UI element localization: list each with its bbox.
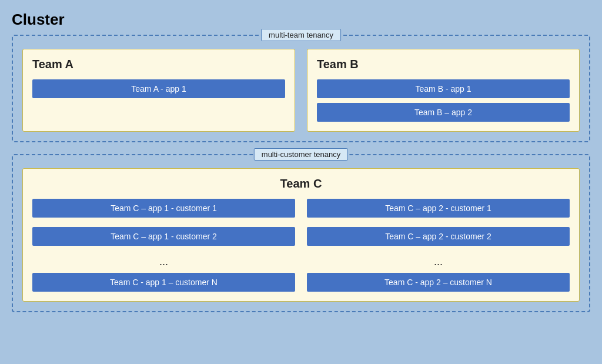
multi-team-section: multi-team tenancy Team A Team A - app 1… xyxy=(12,35,590,142)
team-b-app-1: Team B - app 1 xyxy=(317,79,570,98)
team-a-app-1: Team A - app 1 xyxy=(32,79,285,98)
outer-container: Cluster multi-team tenancy Team A Team A… xyxy=(0,0,602,364)
team-b-box: Team B Team B - app 1 Team B – app 2 xyxy=(307,49,580,132)
multi-customer-section: multi-customer tenancy Team C Team C – a… xyxy=(12,154,590,312)
teams-row: Team A Team A - app 1 Team B Team B - ap… xyxy=(22,49,580,132)
team-a-box: Team A Team A - app 1 xyxy=(22,49,295,132)
team-c-app1-col: Team C – app 1 - customer 1 Team C – app… xyxy=(32,199,295,292)
team-c-app1-customer1: Team C – app 1 - customer 1 xyxy=(32,199,295,218)
team-c-app2-ellipsis: ... xyxy=(307,255,570,268)
cluster-title: Cluster xyxy=(12,11,590,29)
team-c-app2-col: Team C – app 2 - customer 1 Team C – app… xyxy=(307,199,570,292)
team-c-app1-ellipsis: ... xyxy=(32,255,295,268)
team-a-title: Team A xyxy=(32,58,285,71)
team-b-app-2: Team B – app 2 xyxy=(317,103,570,122)
team-b-title: Team B xyxy=(317,58,570,71)
team-c-app2-customer2: Team C – app 2 - customer 2 xyxy=(307,227,570,246)
team-c-box: Team C Team C – app 1 - customer 1 Team … xyxy=(22,168,580,302)
team-c-app1-customer2: Team C – app 1 - customer 2 xyxy=(32,227,295,246)
team-c-title: Team C xyxy=(32,177,570,191)
multi-customer-label: multi-customer tenancy xyxy=(254,148,348,161)
team-c-app2-customer1: Team C – app 2 - customer 1 xyxy=(307,199,570,218)
team-c-app1-customerN: Team C - app 1 – customer N xyxy=(32,273,295,292)
multi-team-label: multi-team tenancy xyxy=(261,29,341,41)
team-c-app2-customerN: Team C - app 2 – customer N xyxy=(307,273,570,292)
team-c-apps-row: Team C – app 1 - customer 1 Team C – app… xyxy=(32,199,570,292)
